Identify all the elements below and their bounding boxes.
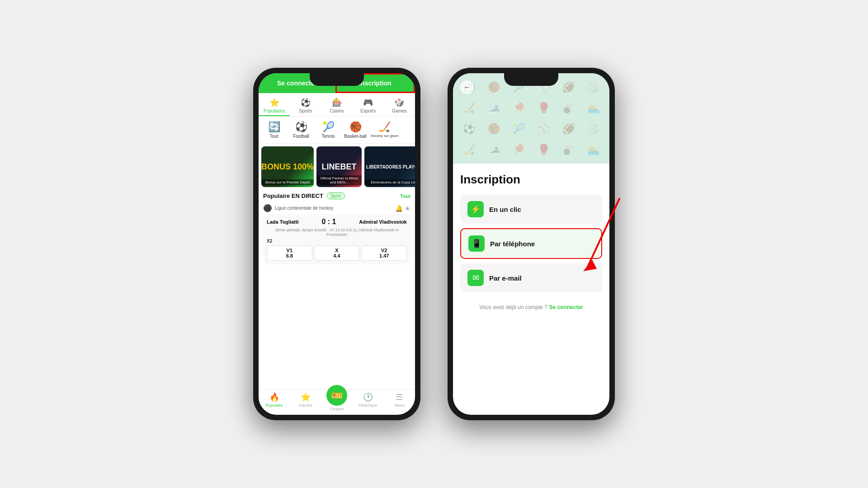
bottom-tab-historique[interactable]: 🕐 Historique bbox=[353, 392, 384, 411]
filter-basketball[interactable]: 🏀 Basket-ball bbox=[342, 119, 369, 141]
tab-sports[interactable]: ⚽ Sports bbox=[290, 95, 321, 116]
promo-libertadores[interactable]: LIBERTADORES PLAYOFFS Éliminatoires de l… bbox=[364, 146, 415, 187]
sports-pattern: ⚽ 🏀 🎾 ⚾ 🏈 🏐 🏒 🎿 🏓 🥊 🎳 🏊 ⚽ 🏀 🎾 ⚾ bbox=[453, 73, 609, 164]
bottom-tab-coupon[interactable]: 🎫 Coupon bbox=[321, 392, 352, 411]
pattern-ski: 🎿 bbox=[482, 99, 505, 117]
phone2-screen: ⚽ 🏀 🎾 ⚾ 🏈 🏐 🏒 🎿 🏓 🥊 🎳 🏊 ⚽ 🏀 🎾 ⚾ bbox=[453, 73, 609, 415]
match-container: ⚫ Ligue continentale de hockey 🔔 ★ Lada … bbox=[259, 202, 415, 268]
phone-2-wrapper: ⚽ 🏀 🎾 ⚾ 🏈 🏐 🏒 🎿 🏓 🥊 🎳 🏊 ⚽ 🏀 🎾 ⚾ bbox=[448, 68, 615, 420]
pattern-ping: 🏓 bbox=[507, 99, 530, 117]
match-teams: Lada Togliatti 0 : 1 Admiral Vladivostok bbox=[267, 218, 407, 226]
phone-notch-2 bbox=[504, 73, 558, 86]
pattern-soccer2: ⚽ bbox=[458, 119, 481, 138]
section-header: Populaire EN DIRECT Sport Tout bbox=[259, 190, 415, 202]
team1-name: Lada Togliatti bbox=[267, 219, 299, 225]
tout-icon: 🔄 bbox=[268, 121, 280, 133]
tab-populaires[interactable]: ⭐ Populaires bbox=[259, 95, 290, 116]
filter-basketball-label: Basket-ball bbox=[344, 134, 366, 139]
populaires-icon: ⭐ bbox=[269, 98, 279, 108]
tennis-icon: 🎾 bbox=[322, 121, 335, 133]
promo-linebet-text: LINEBET bbox=[322, 162, 357, 172]
bottom-historique-label: Historique bbox=[359, 403, 377, 408]
en-un-clic-label: En un clic bbox=[489, 206, 521, 213]
bottom-tab-menu[interactable]: ☰ Menu bbox=[384, 392, 415, 411]
pattern-bowling: 🎳 bbox=[557, 99, 580, 117]
esports-icon: 🎮 bbox=[363, 98, 373, 108]
tab-sports-label: Sports bbox=[299, 108, 312, 113]
footer-se-connecter-link[interactable]: Se connecter bbox=[549, 304, 583, 310]
promo-libertadores-label: Éliminatoires de la Copa Liber... bbox=[364, 179, 415, 185]
bottom-tab-populaire[interactable]: 🔥 Populaire bbox=[259, 392, 290, 411]
hockey-icon: 🏒 bbox=[378, 121, 391, 133]
match-row[interactable]: Lada Togliatti 0 : 1 Admiral Vladivostok… bbox=[263, 214, 410, 264]
tab-casino[interactable]: 🎰 Casino bbox=[321, 95, 352, 116]
odd-v2[interactable]: V2 1.47 bbox=[361, 245, 407, 261]
tab-esports[interactable]: 🎮 Esports bbox=[353, 95, 384, 116]
pattern-boxing2: 🥊 bbox=[532, 140, 555, 159]
sports-icon: ⚽ bbox=[301, 98, 311, 108]
odd-v1[interactable]: V1 6.8 bbox=[267, 245, 312, 261]
promo-bonus[interactable]: BONUS 100% Bonus sur le Premier Dépôt bbox=[261, 146, 314, 187]
register-en-un-clic[interactable]: ⚡ En un clic bbox=[460, 195, 602, 224]
phone-notch-1 bbox=[310, 73, 364, 86]
phone-1: Se connecter Inscription ⭐ Populaires ⚽ … bbox=[253, 68, 420, 420]
coupon-button[interactable]: 🎫 bbox=[326, 385, 347, 406]
bottom-menu-label: Menu bbox=[394, 403, 405, 408]
bottom-populaire-label: Populaire bbox=[266, 403, 283, 408]
games-icon: 🎲 bbox=[394, 98, 404, 108]
pattern-football2: 🏈 bbox=[557, 119, 580, 138]
par-telephone-label: Par téléphone bbox=[490, 240, 535, 248]
promo-linebet-label: Official Partner in Africa and MEN... bbox=[316, 175, 362, 185]
register-par-email[interactable]: ✉ Par e-mail bbox=[460, 263, 602, 292]
nav-tabs: ⭐ Populaires ⚽ Sports 🎰 Casino 🎮 Esports… bbox=[259, 93, 415, 117]
filter-football-label: Football bbox=[293, 134, 309, 139]
tab-populaires-label: Populaires bbox=[264, 108, 285, 113]
pattern-volleyball: 🏐 bbox=[582, 78, 605, 97]
odd-v2-label: V2 bbox=[363, 248, 406, 253]
pattern-football: 🏈 bbox=[557, 78, 580, 97]
odd-x-value: 4.4 bbox=[316, 253, 359, 258]
odd-v1-value: 6.8 bbox=[268, 253, 311, 258]
back-button[interactable]: ← bbox=[460, 80, 474, 94]
filter-tennis-label: Tennis bbox=[322, 134, 335, 139]
phone-2: ⚽ 🏀 🎾 ⚾ 🏈 🏐 🏒 🎿 🏓 🥊 🎳 🏊 ⚽ 🏀 🎾 ⚾ bbox=[448, 68, 615, 420]
promo-linebet[interactable]: LINEBET Official Partner in Africa and M… bbox=[316, 146, 362, 187]
register-par-telephone[interactable]: 📱 Par téléphone bbox=[460, 228, 602, 259]
league-name: Ligue continentale de hockey bbox=[275, 206, 392, 211]
pattern-ping2: 🏓 bbox=[507, 140, 530, 159]
en-un-clic-icon: ⚡ bbox=[467, 201, 484, 217]
tab-casino-label: Casino bbox=[330, 108, 344, 113]
odd-v2-value: 1.47 bbox=[363, 253, 406, 258]
footer-text: Vous avez déjà un compte ? bbox=[479, 304, 547, 310]
pattern-tennis2: 🎾 bbox=[507, 119, 530, 138]
league-actions: 🔔 ★ bbox=[395, 205, 410, 212]
team2-name: Admiral Vladivostok bbox=[359, 219, 407, 225]
inscription-body: Inscription ⚡ En un clic 📱 Par téléphone… bbox=[453, 164, 609, 415]
filter-tout[interactable]: 🔄 Tout bbox=[260, 119, 288, 141]
tab-games[interactable]: 🎲 Games bbox=[384, 95, 415, 116]
footer-row: Vous avez déjà un compte ? Se connecter bbox=[460, 297, 602, 314]
pattern-basketball: 🏀 bbox=[482, 78, 505, 97]
section-title: Populaire EN DIRECT bbox=[263, 192, 323, 199]
phone2-header: ⚽ 🏀 🎾 ⚾ 🏈 🏐 🏒 🎿 🏓 🥊 🎳 🏊 ⚽ 🏀 🎾 ⚾ bbox=[453, 73, 609, 164]
bottom-tab-favoris[interactable]: ⭐ Favoris bbox=[290, 392, 321, 411]
filter-hockey[interactable]: 🏒 Hockey sur glace bbox=[369, 119, 400, 141]
pattern-baseball2: ⚾ bbox=[532, 119, 555, 138]
filter-football[interactable]: ⚽ Football bbox=[288, 119, 315, 141]
odd-v1-label: V1 bbox=[268, 248, 311, 253]
bottom-nav: 🔥 Populaire ⭐ Favoris 🎫 Coupon 🕐 Histori… bbox=[259, 389, 415, 415]
coupon-icon: 🎫 bbox=[331, 390, 343, 401]
clock-icon: 🕐 bbox=[363, 392, 373, 402]
filter-tennis[interactable]: 🎾 Tennis bbox=[315, 119, 342, 141]
tout-link[interactable]: Tout bbox=[400, 193, 410, 199]
pattern-boxing: 🥊 bbox=[532, 99, 555, 117]
odds-row: V1 6.8 X 4.4 V2 1.47 bbox=[267, 245, 407, 261]
phone1-screen: Se connecter Inscription ⭐ Populaires ⚽ … bbox=[259, 73, 415, 415]
pattern-bowling2: 🎳 bbox=[557, 140, 580, 159]
odd-x[interactable]: X 4.4 bbox=[314, 245, 360, 261]
pattern-hockey2: 🏒 bbox=[458, 140, 481, 159]
pattern-swim2: 🏊 bbox=[582, 140, 605, 159]
bottom-coupon-label: Coupon bbox=[330, 407, 344, 411]
promo-bonus-label: Bonus sur le Premier Dépôt bbox=[261, 179, 314, 185]
odd-x-label: X bbox=[316, 248, 359, 253]
